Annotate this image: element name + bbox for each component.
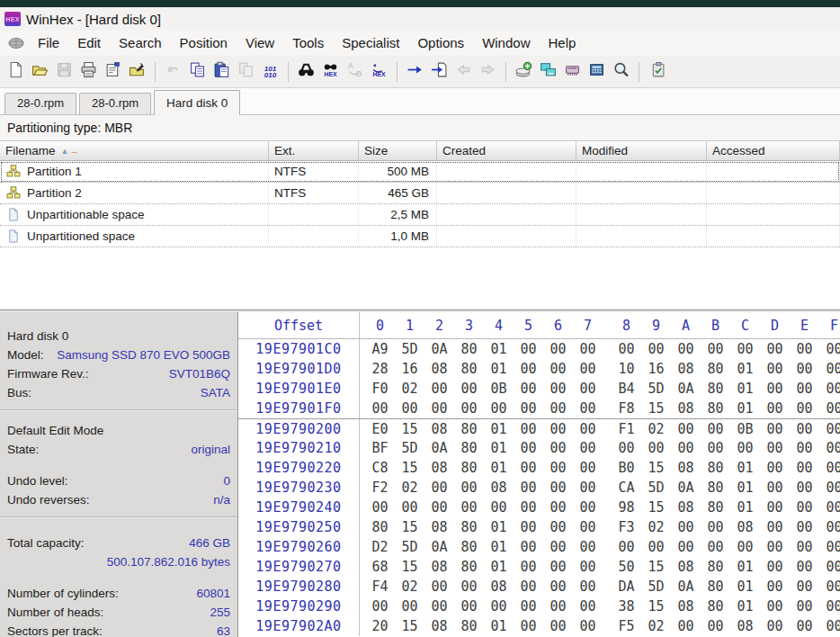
hex-byte[interactable]: 00 [730, 339, 760, 359]
hex-byte[interactable]: 00 [543, 458, 573, 478]
calculator-button[interactable] [585, 59, 609, 84]
hex-byte[interactable]: 00 [790, 339, 819, 359]
hex-byte[interactable]: 00 [454, 498, 484, 517]
hex-byte[interactable]: 01 [484, 537, 514, 557]
hex-byte[interactable]: 08 [671, 399, 701, 418]
hex-row[interactable]: 19E9790290000000000000000038150880010000… [238, 597, 840, 616]
hex-byte[interactable]: 80 [454, 537, 484, 557]
hex-bytes[interactable]: F00200000B000000B45D0A8001000000 [360, 379, 840, 399]
hex-byte[interactable]: 28 [365, 359, 395, 379]
hex-byte[interactable]: 08 [424, 419, 454, 438]
hex-byte[interactable]: 0B [730, 419, 760, 438]
tab-28-0.rpm[interactable]: 28-0.rpm [4, 93, 76, 114]
hex-byte[interactable]: 00 [573, 616, 603, 636]
hex-byte[interactable]: 00 [641, 438, 671, 458]
tab-hard-disk-0[interactable]: Hard disk 0 [154, 90, 240, 115]
hex-byte[interactable]: 15 [641, 597, 671, 616]
hex-byte[interactable]: 00 [454, 399, 484, 418]
hex-byte[interactable]: 00 [641, 339, 671, 359]
hex-byte[interactable]: 00 [573, 458, 603, 478]
hex-byte[interactable]: 08 [424, 517, 454, 537]
hex-byte[interactable]: 00 [484, 498, 514, 517]
goto-page-button[interactable] [427, 59, 451, 84]
hex-byte[interactable]: 00 [819, 339, 840, 359]
hex-byte[interactable]: 80 [701, 379, 730, 399]
hex-byte[interactable]: 0B [484, 379, 514, 399]
hex-bytes[interactable]: 8015088001000000F302000008000000 [360, 517, 840, 537]
hex-byte[interactable]: 00 [514, 379, 543, 399]
hex-byte[interactable]: CA [612, 478, 641, 498]
paste-button[interactable] [210, 59, 234, 84]
hex-byte[interactable]: 01 [730, 557, 760, 577]
hex-row[interactable]: 19E97901D0281608800100000010160880010000… [238, 359, 840, 379]
disk-search-button[interactable] [609, 59, 633, 84]
hex-byte[interactable]: 00 [790, 517, 819, 537]
hex-row[interactable]: 19E97901E0F00200000B000000B45D0A80010000… [238, 379, 840, 399]
hex-byte[interactable]: 00 [819, 438, 840, 458]
hex-byte[interactable]: 00 [760, 577, 790, 597]
hex-byte[interactable]: 5D [395, 537, 424, 557]
file-properties-button[interactable] [101, 59, 125, 84]
hex-byte[interactable]: 00 [790, 537, 819, 557]
hex-byte[interactable]: 00 [790, 498, 819, 517]
hex-byte[interactable]: 80 [701, 557, 730, 577]
hex-byte[interactable]: 00 [514, 498, 543, 517]
hex-byte[interactable]: 20 [365, 616, 395, 636]
hex-byte[interactable]: 00 [760, 517, 790, 537]
hex-byte[interactable]: 15 [641, 557, 671, 577]
menu-item-view[interactable]: View [237, 32, 283, 53]
hex-byte[interactable]: 5D [641, 478, 671, 498]
hex-byte[interactable]: 0A [671, 379, 701, 399]
hex-byte[interactable]: 80 [701, 399, 730, 418]
hex-byte[interactable]: 16 [641, 359, 671, 379]
hex-byte[interactable]: 00 [543, 597, 573, 616]
hex-byte[interactable]: 02 [641, 616, 671, 636]
hex-byte[interactable]: 15 [641, 498, 671, 517]
hex-byte[interactable]: 5D [395, 438, 424, 458]
hex-byte[interactable]: 08 [671, 359, 701, 379]
hex-byte[interactable]: 0A [671, 577, 701, 597]
hex-byte[interactable]: 00 [819, 577, 840, 597]
directory-browser-empty-area[interactable] [0, 247, 840, 310]
hex-byte[interactable]: 00 [819, 399, 840, 418]
hex-byte[interactable]: 00 [760, 537, 790, 557]
hex-byte[interactable]: 00 [760, 379, 790, 399]
hex-byte[interactable]: 08 [671, 597, 701, 616]
tab-28-0.rpm[interactable]: 28-0.rpm [79, 93, 151, 114]
hex-byte[interactable]: F0 [365, 379, 395, 399]
hex-byte[interactable]: 00 [701, 616, 730, 636]
hex-byte[interactable]: 00 [790, 616, 819, 636]
hex-byte[interactable]: 00 [514, 438, 543, 458]
hex-byte[interactable]: 00 [514, 458, 543, 478]
hex-row[interactable]: 19E9790260D25D0A800100000000000000000000… [238, 537, 840, 557]
hex-byte[interactable]: 80 [365, 517, 395, 537]
hex-byte[interactable]: 00 [573, 557, 603, 577]
hex-byte[interactable]: 01 [730, 399, 760, 418]
hex-byte[interactable]: 00 [671, 537, 701, 557]
hex-byte[interactable]: 00 [543, 399, 573, 418]
hex-bytes[interactable]: A95D0A80010000000000000000000000 [360, 339, 840, 359]
hex-byte[interactable]: 0A [424, 339, 454, 359]
hex-byte[interactable]: 00 [819, 379, 840, 399]
goto-offset-button[interactable] [403, 59, 427, 84]
hex-byte[interactable]: 00 [573, 537, 603, 557]
hex-byte[interactable]: 00 [395, 399, 424, 418]
hex-byte[interactable]: 15 [395, 419, 424, 438]
hex-byte[interactable]: 00 [760, 458, 790, 478]
hex-byte[interactable]: 68 [365, 557, 395, 577]
hex-byte[interactable]: B0 [612, 458, 641, 478]
hex-byte[interactable]: 80 [454, 557, 484, 577]
hex-byte[interactable]: 00 [760, 399, 790, 418]
hex-byte[interactable]: 00 [365, 597, 395, 616]
hex-byte[interactable]: 00 [573, 419, 603, 438]
hex-byte[interactable]: 00 [819, 537, 840, 557]
hex-byte[interactable]: 00 [790, 597, 819, 616]
hex-byte[interactable]: BF [365, 438, 395, 458]
table-row[interactable]: Unpartitionable space2,5 MB [0, 204, 840, 226]
hex-bytes[interactable]: 00000000000000009815088001000000 [360, 498, 840, 517]
hex-byte[interactable]: 08 [424, 557, 454, 577]
column-header-filename[interactable]: Filename▲– [0, 140, 269, 161]
hex-byte[interactable]: 02 [395, 577, 424, 597]
hex-byte[interactable]: 80 [454, 359, 484, 379]
column-header-created[interactable]: Created [437, 140, 576, 161]
